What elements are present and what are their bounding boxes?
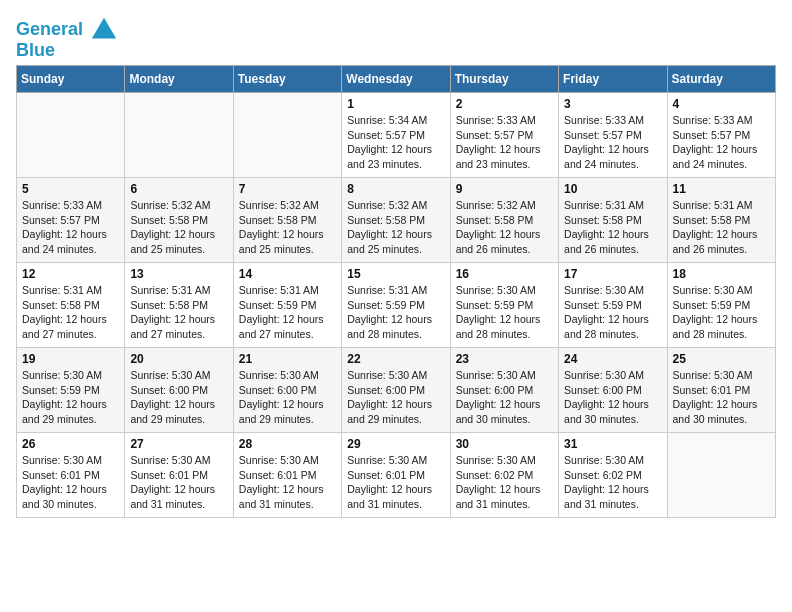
- day-number: 1: [347, 97, 444, 111]
- day-number: 10: [564, 182, 661, 196]
- day-number: 28: [239, 437, 336, 451]
- day-number: 29: [347, 437, 444, 451]
- day-number: 23: [456, 352, 553, 366]
- logo: General Blue: [16, 16, 118, 61]
- day-number: 22: [347, 352, 444, 366]
- calendar-cell: 1Sunrise: 5:34 AMSunset: 5:57 PMDaylight…: [342, 93, 450, 178]
- day-info: Sunrise: 5:31 AMSunset: 5:58 PMDaylight:…: [673, 198, 770, 257]
- calendar-cell: 7Sunrise: 5:32 AMSunset: 5:58 PMDaylight…: [233, 178, 341, 263]
- calendar-cell: [667, 433, 775, 518]
- day-number: 14: [239, 267, 336, 281]
- calendar-cell: 28Sunrise: 5:30 AMSunset: 6:01 PMDayligh…: [233, 433, 341, 518]
- day-number: 27: [130, 437, 227, 451]
- day-number: 17: [564, 267, 661, 281]
- calendar-cell: 17Sunrise: 5:30 AMSunset: 5:59 PMDayligh…: [559, 263, 667, 348]
- calendar-cell: 24Sunrise: 5:30 AMSunset: 6:00 PMDayligh…: [559, 348, 667, 433]
- weekday-header-friday: Friday: [559, 66, 667, 93]
- calendar-cell: [125, 93, 233, 178]
- day-info: Sunrise: 5:32 AMSunset: 5:58 PMDaylight:…: [239, 198, 336, 257]
- calendar-table: SundayMondayTuesdayWednesdayThursdayFrid…: [16, 65, 776, 518]
- day-info: Sunrise: 5:30 AMSunset: 5:59 PMDaylight:…: [564, 283, 661, 342]
- weekday-header-wednesday: Wednesday: [342, 66, 450, 93]
- day-number: 11: [673, 182, 770, 196]
- weekday-header-monday: Monday: [125, 66, 233, 93]
- day-info: Sunrise: 5:34 AMSunset: 5:57 PMDaylight:…: [347, 113, 444, 172]
- day-info: Sunrise: 5:30 AMSunset: 6:01 PMDaylight:…: [347, 453, 444, 512]
- day-info: Sunrise: 5:30 AMSunset: 6:00 PMDaylight:…: [239, 368, 336, 427]
- calendar-cell: 2Sunrise: 5:33 AMSunset: 5:57 PMDaylight…: [450, 93, 558, 178]
- calendar-cell: 14Sunrise: 5:31 AMSunset: 5:59 PMDayligh…: [233, 263, 341, 348]
- day-info: Sunrise: 5:31 AMSunset: 5:59 PMDaylight:…: [239, 283, 336, 342]
- day-info: Sunrise: 5:30 AMSunset: 5:59 PMDaylight:…: [22, 368, 119, 427]
- day-number: 25: [673, 352, 770, 366]
- calendar-cell: 9Sunrise: 5:32 AMSunset: 5:58 PMDaylight…: [450, 178, 558, 263]
- day-info: Sunrise: 5:33 AMSunset: 5:57 PMDaylight:…: [22, 198, 119, 257]
- day-info: Sunrise: 5:30 AMSunset: 6:01 PMDaylight:…: [22, 453, 119, 512]
- calendar-cell: 13Sunrise: 5:31 AMSunset: 5:58 PMDayligh…: [125, 263, 233, 348]
- calendar-cell: 29Sunrise: 5:30 AMSunset: 6:01 PMDayligh…: [342, 433, 450, 518]
- day-number: 3: [564, 97, 661, 111]
- calendar-cell: 6Sunrise: 5:32 AMSunset: 5:58 PMDaylight…: [125, 178, 233, 263]
- day-number: 5: [22, 182, 119, 196]
- day-info: Sunrise: 5:31 AMSunset: 5:58 PMDaylight:…: [564, 198, 661, 257]
- day-info: Sunrise: 5:30 AMSunset: 6:02 PMDaylight:…: [564, 453, 661, 512]
- calendar-cell: 5Sunrise: 5:33 AMSunset: 5:57 PMDaylight…: [17, 178, 125, 263]
- day-info: Sunrise: 5:30 AMSunset: 6:01 PMDaylight:…: [673, 368, 770, 427]
- weekday-header-tuesday: Tuesday: [233, 66, 341, 93]
- day-number: 4: [673, 97, 770, 111]
- day-info: Sunrise: 5:32 AMSunset: 5:58 PMDaylight:…: [456, 198, 553, 257]
- svg-marker-0: [92, 18, 116, 39]
- calendar-cell: 21Sunrise: 5:30 AMSunset: 6:00 PMDayligh…: [233, 348, 341, 433]
- calendar-cell: 11Sunrise: 5:31 AMSunset: 5:58 PMDayligh…: [667, 178, 775, 263]
- day-number: 13: [130, 267, 227, 281]
- calendar-cell: 12Sunrise: 5:31 AMSunset: 5:58 PMDayligh…: [17, 263, 125, 348]
- day-info: Sunrise: 5:31 AMSunset: 5:58 PMDaylight:…: [22, 283, 119, 342]
- day-info: Sunrise: 5:30 AMSunset: 6:01 PMDaylight:…: [239, 453, 336, 512]
- day-number: 30: [456, 437, 553, 451]
- page-header: General Blue: [16, 16, 776, 61]
- day-info: Sunrise: 5:30 AMSunset: 6:01 PMDaylight:…: [130, 453, 227, 512]
- day-info: Sunrise: 5:31 AMSunset: 5:59 PMDaylight:…: [347, 283, 444, 342]
- day-info: Sunrise: 5:33 AMSunset: 5:57 PMDaylight:…: [564, 113, 661, 172]
- day-number: 26: [22, 437, 119, 451]
- calendar-cell: 19Sunrise: 5:30 AMSunset: 5:59 PMDayligh…: [17, 348, 125, 433]
- day-info: Sunrise: 5:30 AMSunset: 6:00 PMDaylight:…: [456, 368, 553, 427]
- day-info: Sunrise: 5:30 AMSunset: 6:00 PMDaylight:…: [130, 368, 227, 427]
- day-info: Sunrise: 5:33 AMSunset: 5:57 PMDaylight:…: [456, 113, 553, 172]
- day-info: Sunrise: 5:30 AMSunset: 5:59 PMDaylight:…: [673, 283, 770, 342]
- calendar-cell: 22Sunrise: 5:30 AMSunset: 6:00 PMDayligh…: [342, 348, 450, 433]
- day-number: 6: [130, 182, 227, 196]
- day-number: 7: [239, 182, 336, 196]
- calendar-cell: 25Sunrise: 5:30 AMSunset: 6:01 PMDayligh…: [667, 348, 775, 433]
- calendar-cell: 30Sunrise: 5:30 AMSunset: 6:02 PMDayligh…: [450, 433, 558, 518]
- day-number: 31: [564, 437, 661, 451]
- day-number: 16: [456, 267, 553, 281]
- weekday-header-saturday: Saturday: [667, 66, 775, 93]
- calendar-cell: 15Sunrise: 5:31 AMSunset: 5:59 PMDayligh…: [342, 263, 450, 348]
- day-info: Sunrise: 5:30 AMSunset: 6:02 PMDaylight:…: [456, 453, 553, 512]
- day-info: Sunrise: 5:30 AMSunset: 6:00 PMDaylight:…: [564, 368, 661, 427]
- day-info: Sunrise: 5:30 AMSunset: 5:59 PMDaylight:…: [456, 283, 553, 342]
- day-info: Sunrise: 5:33 AMSunset: 5:57 PMDaylight:…: [673, 113, 770, 172]
- calendar-cell: [17, 93, 125, 178]
- day-number: 12: [22, 267, 119, 281]
- calendar-cell: [233, 93, 341, 178]
- calendar-cell: 10Sunrise: 5:31 AMSunset: 5:58 PMDayligh…: [559, 178, 667, 263]
- calendar-cell: 31Sunrise: 5:30 AMSunset: 6:02 PMDayligh…: [559, 433, 667, 518]
- day-number: 8: [347, 182, 444, 196]
- day-info: Sunrise: 5:30 AMSunset: 6:00 PMDaylight:…: [347, 368, 444, 427]
- day-info: Sunrise: 5:32 AMSunset: 5:58 PMDaylight:…: [347, 198, 444, 257]
- calendar-cell: 26Sunrise: 5:30 AMSunset: 6:01 PMDayligh…: [17, 433, 125, 518]
- day-number: 24: [564, 352, 661, 366]
- calendar-cell: 3Sunrise: 5:33 AMSunset: 5:57 PMDaylight…: [559, 93, 667, 178]
- day-number: 21: [239, 352, 336, 366]
- calendar-cell: 8Sunrise: 5:32 AMSunset: 5:58 PMDaylight…: [342, 178, 450, 263]
- calendar-cell: 16Sunrise: 5:30 AMSunset: 5:59 PMDayligh…: [450, 263, 558, 348]
- calendar-cell: 18Sunrise: 5:30 AMSunset: 5:59 PMDayligh…: [667, 263, 775, 348]
- calendar-cell: 20Sunrise: 5:30 AMSunset: 6:00 PMDayligh…: [125, 348, 233, 433]
- day-number: 9: [456, 182, 553, 196]
- day-number: 15: [347, 267, 444, 281]
- weekday-header-thursday: Thursday: [450, 66, 558, 93]
- day-info: Sunrise: 5:31 AMSunset: 5:58 PMDaylight:…: [130, 283, 227, 342]
- day-number: 2: [456, 97, 553, 111]
